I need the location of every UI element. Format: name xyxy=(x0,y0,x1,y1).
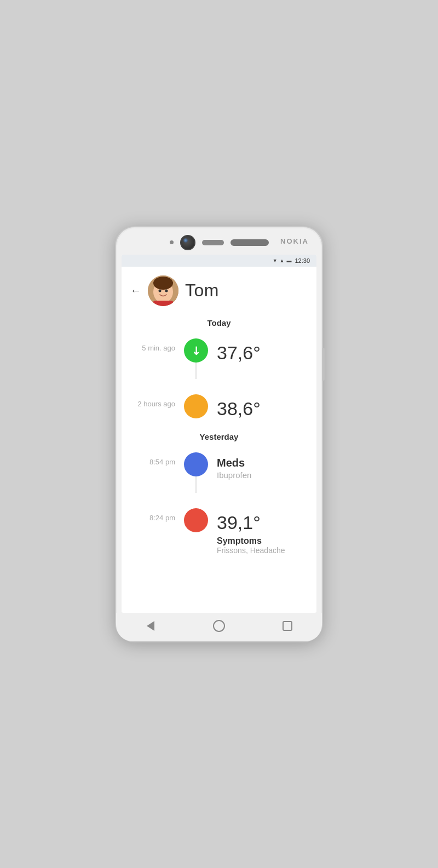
symptoms-label: Symptoms xyxy=(217,536,308,546)
nav-back-button[interactable] xyxy=(143,618,158,634)
recent-square-icon xyxy=(283,621,292,631)
timeline-item: 5 min. ago ↘ 37,6° xyxy=(122,331,316,387)
timeline-content: Meds Ibuprofen xyxy=(210,452,308,480)
connector-line xyxy=(195,363,197,379)
status-bar: ▼ ▲ ▬ 12:30 xyxy=(122,255,316,267)
meds-subtitle: Ibuprofen xyxy=(217,470,308,480)
earpiece xyxy=(230,239,269,246)
status-time: 12:30 xyxy=(295,257,310,264)
temperature-reading: 37,6° xyxy=(217,343,308,363)
svg-point-3 xyxy=(159,289,162,292)
temp-indicator-orange xyxy=(184,394,208,418)
svg-rect-5 xyxy=(153,301,173,306)
phone-device: NOKIA ▼ ▲ ▬ 12:30 ← xyxy=(115,226,323,642)
avatar[interactable] xyxy=(148,275,178,306)
phone-nav-bar xyxy=(116,613,322,641)
dot-area xyxy=(182,394,210,418)
app-content: ← xyxy=(122,267,316,613)
front-camera xyxy=(180,235,195,250)
meds-indicator-blue xyxy=(184,452,208,476)
wifi-icon: ▼ xyxy=(273,258,278,263)
back-button[interactable]: ← xyxy=(130,284,141,297)
status-icons: ▼ ▲ ▬ xyxy=(273,258,292,263)
proximity-sensor xyxy=(170,240,174,244)
down-arrow-icon: ↘ xyxy=(188,342,204,358)
timeline-item: 2 hours ago 38,6° xyxy=(122,387,316,427)
svg-point-4 xyxy=(165,289,168,292)
back-triangle-icon xyxy=(147,621,154,631)
home-circle-icon xyxy=(213,620,225,632)
top-speaker xyxy=(202,240,224,245)
dot-area xyxy=(182,452,210,493)
time-label: 2 hours ago xyxy=(122,394,182,408)
timeline-content: 38,6° xyxy=(210,394,308,419)
timeline-item: 8:24 pm 39,1° Symptoms Frissons, Headach… xyxy=(122,501,316,562)
screen: ▼ ▲ ▬ 12:30 ← xyxy=(122,255,316,613)
nav-home-button[interactable] xyxy=(211,618,227,634)
phone-hardware-top: NOKIA xyxy=(116,227,322,255)
symptoms-value: Frissons, Headache xyxy=(217,546,308,555)
nav-recent-button[interactable] xyxy=(280,618,295,634)
time-label: 8:54 pm xyxy=(122,452,182,466)
temperature-reading: 38,6° xyxy=(217,399,308,419)
section-yesterday: Yesterday xyxy=(122,427,316,445)
temp-indicator-red xyxy=(184,508,208,532)
connector-line xyxy=(195,476,197,493)
brand-label: NOKIA xyxy=(280,237,309,245)
signal-icon: ▲ xyxy=(280,258,285,263)
timeline-item: 8:54 pm Meds Ibuprofen xyxy=(122,445,316,501)
temp-indicator-green: ↘ xyxy=(184,338,208,363)
svg-point-2 xyxy=(153,277,173,290)
section-today: Today xyxy=(122,313,316,331)
meds-title: Meds xyxy=(217,457,308,469)
temperature-reading: 39,1° xyxy=(217,513,308,533)
dot-area xyxy=(182,508,210,532)
dot-area: ↘ xyxy=(182,338,210,379)
timeline-content: 39,1° Symptoms Frissons, Headache xyxy=(210,508,308,555)
time-label: 8:24 pm xyxy=(122,508,182,522)
time-label: 5 min. ago xyxy=(122,338,182,352)
battery-icon: ▬ xyxy=(286,258,291,263)
timeline: Today 5 min. ago ↘ 37,6° xyxy=(122,313,316,574)
app-header: ← xyxy=(122,267,316,313)
timeline-content: 37,6° xyxy=(210,338,308,363)
profile-name: Tom xyxy=(185,280,219,301)
